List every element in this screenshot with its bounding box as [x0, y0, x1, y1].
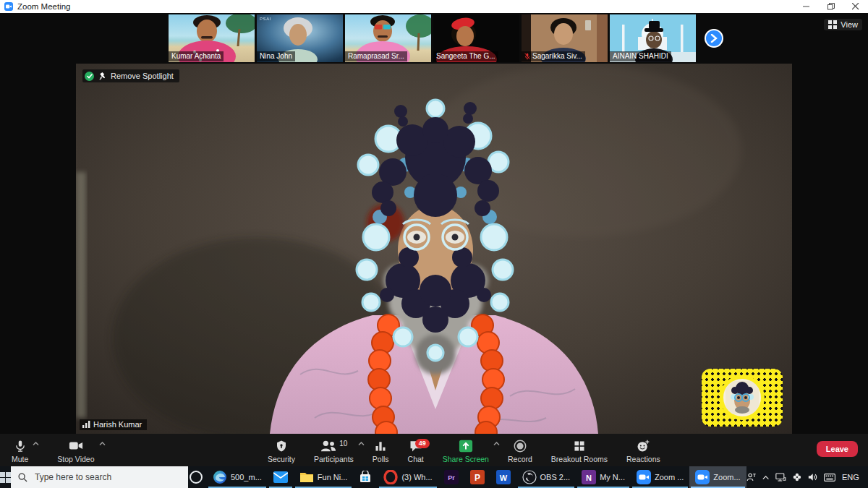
video-tile-nina-john[interactable]: PSAI Nina John: [257, 14, 343, 62]
breakout-rooms-button[interactable]: Breakout Rooms: [551, 434, 608, 466]
remove-spotlight-badge[interactable]: Remove Spotlight: [82, 69, 179, 82]
zoom-app-icon: [4, 2, 13, 11]
hidden-icons-chevron[interactable]: [762, 475, 769, 480]
video-tile-kumar-achanta[interactable]: Kumar Achanta: [169, 14, 255, 62]
share-options-chevron[interactable]: [493, 439, 500, 448]
touch-keyboard-icon[interactable]: [824, 473, 835, 482]
cortana-button[interactable]: [190, 466, 203, 488]
window-title: Zoom Meeting: [17, 2, 71, 11]
security-button[interactable]: Security: [268, 434, 295, 466]
polls-icon: [374, 439, 387, 453]
chat-button[interactable]: 49 Chat: [408, 434, 424, 466]
system-tray: ENG 20:36 20-07-2021 2: [746, 466, 868, 488]
next-participants-button[interactable]: [705, 29, 723, 48]
polls-button[interactable]: Polls: [373, 434, 389, 466]
leave-button[interactable]: Leave: [817, 441, 858, 457]
video-tile-ainain[interactable]: AINAIN SHAHIDI: [610, 14, 696, 62]
share-screen-button[interactable]: Share Screen: [443, 434, 489, 466]
taskbar-app-powerpoint[interactable]: P: [464, 466, 490, 488]
participant-name-label: Nina John: [257, 51, 295, 61]
speaker-name-badge: Harish Kumar: [80, 419, 147, 430]
participants-icon: [320, 439, 337, 453]
psai-logo: PSAI: [260, 17, 271, 21]
microphone-icon: [14, 439, 27, 453]
taskbar-app-zoom-1[interactable]: Zoom ...: [631, 466, 689, 488]
breakout-rooms-icon: [573, 439, 586, 453]
taskbar-app-premiere[interactable]: Pr: [438, 466, 464, 488]
video-tile-ramaprasad[interactable]: Ramaprasad Sr...: [345, 14, 431, 62]
taskbar-app-word[interactable]: W: [490, 466, 516, 488]
video-options-chevron[interactable]: [99, 439, 106, 448]
audio-level-icon: [82, 421, 90, 428]
mail-icon: [273, 471, 288, 483]
cortana-icon: [190, 471, 203, 484]
record-button[interactable]: Record: [508, 434, 532, 466]
taskbar-app-mail[interactable]: [268, 466, 294, 488]
taskbar-app-obs[interactable]: OBS 2...: [516, 466, 576, 488]
taskbar-app-edge[interactable]: 500_m...: [207, 466, 268, 488]
svg-text:Pr: Pr: [448, 474, 455, 481]
network-icon[interactable]: [775, 472, 786, 482]
shield-icon: [275, 439, 288, 453]
participants-button[interactable]: 10 Participants: [314, 434, 354, 466]
video-camera-icon: [68, 439, 84, 453]
taskbar-apps: 500_m... Fun Ni... (3) Wh... Pr P: [207, 466, 746, 488]
language-indicator[interactable]: ENG: [842, 473, 859, 481]
participant-name-label: Ramaprasad Sr...: [345, 51, 407, 61]
onenote-icon: N: [582, 470, 596, 484]
search-icon: [18, 473, 27, 482]
speaker-name: Harish Kumar: [93, 420, 142, 429]
snapcode-preview: [721, 377, 763, 419]
powerpoint-icon: P: [470, 470, 485, 484]
grid-view-icon: [828, 20, 837, 29]
participants-options-chevron[interactable]: [358, 439, 365, 448]
chat-unread-badge: 49: [415, 439, 430, 448]
participant-name-label: Sangeeta The G...: [433, 51, 498, 61]
chevron-right-icon: [710, 34, 718, 43]
muted-mic-icon: [524, 53, 530, 60]
zoom-icon: [695, 470, 710, 484]
record-icon: [513, 439, 527, 453]
people-icon[interactable]: [746, 472, 756, 482]
participant-name-label: AINAIN SHAHIDI: [610, 51, 671, 61]
spotlight-pin-icon: [98, 72, 106, 80]
video-tile-sangeeta[interactable]: Sangeeta The G...: [433, 14, 519, 62]
opera-icon: [383, 470, 398, 484]
taskbar-app-opera[interactable]: (3) Wh...: [378, 466, 438, 488]
volume-icon[interactable]: [808, 472, 817, 482]
start-button[interactable]: [0, 466, 11, 488]
obs-icon: [522, 470, 537, 484]
taskbar-search[interactable]: [11, 466, 188, 488]
mute-options-chevron[interactable]: [33, 439, 39, 448]
participant-name-label: Kumar Achanta: [169, 51, 224, 61]
window-titlebar: Zoom Meeting: [0, 0, 868, 13]
tray-app-icon[interactable]: [793, 472, 801, 482]
spotlight-video: Remove Spotlight Harish Kumar: [76, 64, 792, 434]
svg-text:W: W: [499, 474, 507, 482]
taskbar-app-store[interactable]: [353, 466, 378, 488]
taskbar-app-folder[interactable]: Fun Ni...: [294, 466, 354, 488]
minimize-button[interactable]: [794, 0, 819, 13]
close-button[interactable]: [843, 0, 868, 13]
taskbar-search-input[interactable]: [33, 471, 188, 483]
reactions-icon: [636, 439, 650, 453]
word-icon: W: [496, 470, 511, 484]
participant-name-label: Sagarikka Siv...: [522, 51, 585, 61]
spotlight-video-art: [76, 64, 792, 434]
view-button[interactable]: View: [824, 19, 862, 30]
remove-spotlight-label: Remove Spotlight: [111, 72, 174, 80]
window-controls: [794, 0, 868, 13]
windows-logo-icon: [0, 472, 11, 483]
taskbar-app-zoom-2[interactable]: Zoom...: [689, 466, 746, 488]
restore-button[interactable]: [819, 0, 843, 13]
svg-text:N: N: [586, 474, 592, 482]
edge-icon: [213, 470, 227, 484]
reactions-button[interactable]: Reactions: [626, 434, 660, 466]
zoom-meeting-window: Zoom Meeting: [0, 0, 868, 488]
snapcode-face-art: [726, 381, 759, 414]
stop-video-button[interactable]: Stop Video: [57, 434, 94, 466]
audio-ok-icon: [85, 72, 94, 81]
mute-button[interactable]: Mute: [12, 434, 28, 466]
video-tile-sagarikka[interactable]: Sagarikka Siv...: [522, 14, 608, 62]
taskbar-app-onenote[interactable]: N My N...: [576, 466, 631, 488]
